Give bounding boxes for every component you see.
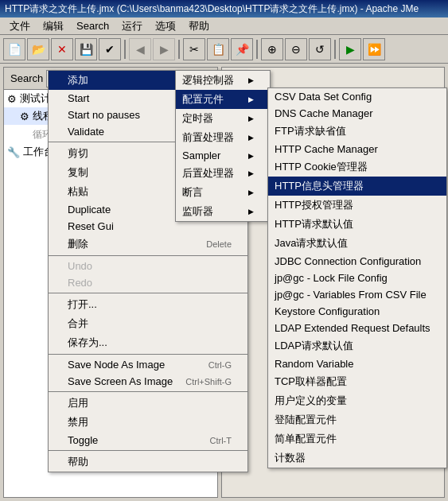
paste-button[interactable]: 📌: [231, 38, 253, 60]
title-text: HTTP请求之文件上传.jmx (C:\Users\banma423\Deskt…: [5, 2, 419, 16]
forward-button[interactable]: ▶: [153, 38, 175, 60]
new-button[interactable]: 📄: [3, 38, 25, 60]
sub2-random-var[interactable]: Random Variable: [268, 355, 446, 372]
sub2-jdbc[interactable]: JDBC Connection Configuration: [268, 253, 446, 270]
expand-button[interactable]: ⊕: [261, 38, 283, 60]
back-button[interactable]: ◀: [129, 38, 151, 60]
ctx-open[interactable]: 打开...: [49, 295, 247, 314]
sub2-http-auth[interactable]: HTTP授权管理器: [268, 196, 446, 215]
sub2-ftp-default-label: FTP请求缺省值: [275, 124, 346, 138]
ctx-undo: Undo: [49, 258, 247, 274]
play-button[interactable]: ▶: [339, 38, 361, 60]
sub2-http-auth-label: HTTP授权管理器: [275, 198, 353, 212]
sub1-sampler[interactable]: Sampler: [176, 147, 270, 164]
ctx-redo: Redo: [49, 274, 247, 291]
sub2-http-cache[interactable]: HTTP Cache Manager: [268, 141, 446, 157]
sub2-random-var-label: Random Variable: [275, 358, 353, 370]
sub2-ftp-default[interactable]: FTP请求缺省值: [268, 122, 446, 141]
ctx-enable[interactable]: 启用: [49, 394, 247, 413]
copy-button[interactable]: 📋: [207, 38, 229, 60]
sub2-dns[interactable]: DNS Cache Manager: [268, 105, 446, 122]
ctx-saveas-label: 保存为...: [68, 336, 107, 350]
sub1-timer[interactable]: 定时器: [176, 109, 270, 128]
sep4: [334, 40, 336, 59]
ctx-help-label: 帮助: [68, 455, 88, 469]
sub2-counter[interactable]: 计数器: [268, 449, 446, 468]
ctx-delete-shortcut: Delete: [206, 239, 232, 249]
ctx-delete[interactable]: 删除 Delete: [49, 235, 247, 254]
ctx-sep3: [49, 293, 247, 293]
ctx-add-label: 添加: [68, 73, 88, 87]
open-button[interactable]: 📂: [27, 38, 49, 60]
sub2-ldap-default[interactable]: LDAP请求默认值: [268, 336, 446, 355]
sub2-ldap-extended[interactable]: LDAP Extended Request Defaults: [268, 320, 446, 336]
sep3: [256, 40, 258, 59]
menu-search[interactable]: Search: [70, 18, 115, 33]
ctx-toggle-shortcut: Ctrl-T: [210, 436, 232, 445]
sub2-http-cache-label: HTTP Cache Manager: [275, 143, 378, 155]
menu-options[interactable]: 选项: [149, 17, 182, 35]
sub2-login-config[interactable]: 登陆配置元件: [268, 410, 446, 429]
sub1-assertion[interactable]: 断言: [176, 183, 270, 202]
sub1-preproc[interactable]: 前置处理器: [176, 128, 270, 147]
sub2-http-req-default[interactable]: HTTP请求默认值: [268, 215, 446, 234]
collapse-button[interactable]: ⊖: [285, 38, 307, 60]
ctx-start-label: Start: [68, 92, 89, 104]
ctx-paste-label: 粘贴: [68, 184, 88, 199]
ctx-merge[interactable]: 合并: [49, 314, 247, 333]
cut-button[interactable]: ✂: [183, 38, 205, 60]
sub2-csv-label: CSV Data Set Config: [275, 91, 372, 103]
ctx-save-screen-image[interactable]: Save Screen As Image Ctrl+Shift-G: [49, 373, 247, 390]
ctx-save-node-image[interactable]: Save Node As Image Ctrl-G: [49, 356, 247, 373]
ctx-saveas[interactable]: 保存为...: [49, 333, 247, 352]
sub2-http-cookie[interactable]: HTTP Cookie管理器: [268, 157, 446, 177]
workbench-icon: 🔧: [7, 146, 20, 158]
play-nopause-button[interactable]: ⏩: [363, 38, 385, 60]
sub1-config[interactable]: 配置元件: [176, 90, 270, 109]
sub2-simple-config[interactable]: 简单配置元件: [268, 429, 446, 449]
sub2-http-header-label: HTTP信息头管理器: [275, 179, 364, 193]
sep1: [124, 40, 126, 59]
sub2-keystore[interactable]: Keystore Configuration: [268, 303, 446, 320]
sub2-user-vars[interactable]: 用户定义的变量: [268, 391, 446, 410]
sub2-jpgc-lock[interactable]: jp@gc - Lock File Config: [268, 270, 446, 286]
ctx-toggle[interactable]: Toggle Ctrl-T: [49, 432, 247, 449]
sub1-timer-label: 定时器: [182, 111, 213, 126]
sub1-postproc-label: 后置处理器: [182, 166, 234, 181]
sub2-csv[interactable]: CSV Data Set Config: [268, 88, 446, 105]
sub2-simple-config-label: 简单配置元件: [275, 432, 337, 446]
sub2-http-header[interactable]: HTTP信息头管理器: [268, 177, 446, 196]
reset-button[interactable]: ↺: [309, 38, 331, 60]
title-bar: HTTP请求之文件上传.jmx (C:\Users\banma423\Deskt…: [0, 0, 448, 17]
ctx-merge-label: 合并: [68, 317, 88, 331]
sub2-http-cookie-label: HTTP Cookie管理器: [275, 160, 368, 174]
menu-run[interactable]: 运行: [115, 17, 149, 35]
sub1-sampler-label: Sampler: [182, 150, 220, 161]
menu-edit[interactable]: 编辑: [37, 17, 70, 35]
ctx-disable[interactable]: 禁用: [49, 413, 247, 432]
sep2: [178, 40, 180, 59]
ctx-save-node-image-label: Save Node As Image: [68, 359, 165, 371]
ctx-help[interactable]: 帮助: [49, 452, 247, 472]
sub2-jpgc-csv[interactable]: jp@gc - Variables From CSV File: [268, 286, 446, 303]
menu-help[interactable]: 帮助: [182, 17, 216, 35]
submenu-add: 逻辑控制器 配置元件 定时器 前置处理器 Sampler 后置处理器 断言 监听…: [175, 70, 271, 222]
ctx-toggle-label: Toggle: [68, 434, 98, 446]
sub2-tcp-config[interactable]: TCP取样器配置: [268, 372, 446, 391]
sub2-user-vars-label: 用户定义的变量: [275, 394, 347, 408]
sub1-assertion-label: 断言: [182, 185, 203, 200]
sub2-java-default-label: Java请求默认值: [275, 236, 348, 250]
check-button[interactable]: ✔: [99, 38, 121, 60]
ctx-sep2: [49, 255, 247, 256]
sub1-postproc[interactable]: 后置处理器: [176, 164, 270, 183]
sub1-logic-ctrl[interactable]: 逻辑控制器: [176, 71, 270, 90]
sub1-listener[interactable]: 监听器: [176, 202, 270, 221]
save-button[interactable]: 💾: [75, 38, 97, 60]
menu-bar: 文件 编辑 Search 运行 选项 帮助: [0, 17, 448, 35]
plan-icon: ⚙: [7, 93, 17, 105]
close-button[interactable]: ✕: [51, 38, 73, 60]
sub2-java-default[interactable]: Java请求默认值: [268, 234, 446, 253]
ctx-enable-label: 启用: [68, 396, 88, 410]
menu-file[interactable]: 文件: [3, 17, 37, 35]
threadgroup-icon: ⚙: [20, 111, 29, 122]
